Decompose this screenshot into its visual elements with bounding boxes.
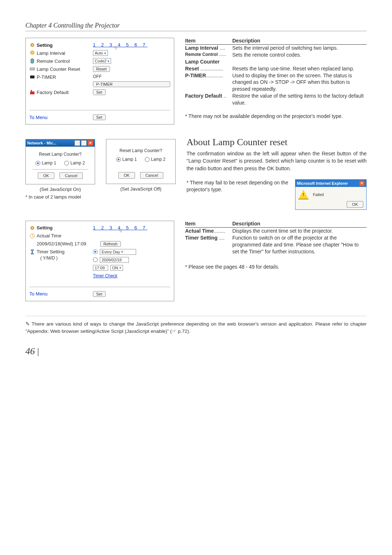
cancel-button[interactable]: Cancel [60,172,83,179]
ie-ok-button[interactable]: OK [347,201,363,208]
factory-set-button[interactable]: Set [93,89,106,95]
cursor-icon: ☟ [114,45,117,51]
svg-point-9 [32,227,33,229]
timer-setting-sub: ( Y/M/D ) [29,256,58,261]
gear-icon [29,42,35,48]
svg-point-2 [30,51,34,54]
radio-date[interactable] [93,257,98,262]
ok-button[interactable]: OK [38,172,54,179]
timer-check-link[interactable]: Timer Check [93,273,118,278]
note-model-type: * There may not be available depending o… [185,113,367,120]
set-button-2[interactable]: Set [93,291,106,297]
reset-dialog-js-on: Network - Mic... _ □ ✕ Reset Lamp Counte… [25,139,95,184]
radio-lamp1-b[interactable]: Lamp 1 [116,157,137,162]
close-icon[interactable]: ✕ [87,140,93,146]
svg-rect-4 [30,68,34,70]
factory-default-desc: Restore the value of the setting items t… [232,93,367,106]
radio-lamp2[interactable]: Lamp 2 [64,160,85,166]
time-input[interactable]: 17:09 [93,265,108,271]
minimize-icon[interactable]: _ [74,140,80,146]
svg-rect-6 [30,91,34,94]
timer-setting-desc: Function to switch on or off the project… [232,234,367,255]
date-input[interactable]: 2009/02/18 [100,257,129,263]
section-heading: About Lamp Counter reset [187,137,367,148]
radio-lamp1[interactable]: Lamp 1 [36,160,56,166]
reset-desc: Resets the lamp use-time. Reset when rep… [232,65,367,72]
factory-default-label: Factory Default [37,90,69,95]
footnote: ✎ There are various kind of ways to chan… [25,316,367,335]
note-pages-48-49: * Please see the pages 48 - 49 for detai… [185,264,367,270]
dialog-title: Network - Mic... [27,141,57,145]
note-fail-reset: * There may fail to be reset depending o… [187,179,291,193]
lamp-counter-item: Lamp Counter [185,58,232,65]
table-header: Item Description [185,38,367,45]
clock-icon [29,233,35,239]
radio-lamp2-b[interactable]: Lamp 2 [145,157,166,162]
remote-control-desc: Sets the remote control codes. [232,52,367,58]
to-menu-link-2[interactable]: To Menu [29,291,48,297]
timer-setting-label: Timer Setting [37,249,65,254]
set-button[interactable]: Set [93,114,106,120]
p-timer-desc: Used to display the timer on the screen.… [232,72,367,93]
ie-dialog-title: Microsoft Internet Explorer [297,181,348,185]
page-number: 46 | [25,346,367,357]
svg-rect-5 [30,76,34,78]
reset-button[interactable]: Reset [93,66,110,72]
actual-time-desc: Displays the current time set to the pro… [232,228,367,234]
factory-icon [29,89,35,95]
p-timer-button[interactable]: P-TIMER [93,81,170,87]
counter-icon [29,66,35,72]
p-timer-label: P-TIMER [37,74,56,80]
dialog-question-2: Reset Lamp Counter? [113,148,169,153]
chapter-title: Chapter 4 Controlling the Projector [25,22,367,31]
gear-icon [29,225,35,231]
cursor-icon: ☟ [119,228,122,234]
lamp-interval-label: Lamp Interval [37,50,65,56]
cancel-button-b[interactable]: Cancel [140,172,163,179]
setting-panel-1: Setting 1 2 3 4 5 6 7 ☟ Lamp Interval Au… [25,38,174,125]
refresh-button[interactable]: Refresh [100,241,121,247]
remote-control-select[interactable]: Code2▾ [93,58,111,64]
section-body: The confirmation window as the left will… [187,150,367,172]
p-timer-status: OFF [93,74,170,79]
ok-button-b[interactable]: OK [118,172,135,179]
caption-js-off: (Set JavaScript Off) [120,186,161,192]
close-icon-ie[interactable]: ✕ [359,180,365,186]
page-links[interactable]: 1 2 3 4 5 6 7 [93,42,147,48]
to-menu-link[interactable]: To Menu [29,115,48,120]
hourglass-icon [29,249,35,255]
caption-js-on: (Set JavaScript On) [40,187,81,192]
svg-point-1 [32,44,33,46]
lamp-counter-reset-label: Lamp Counter Reset [37,66,80,72]
radio-every-day[interactable] [93,249,98,254]
reset-dialog-js-off: Reset Lamp Counter? Lamp 1 Lamp 2 OK Can… [106,139,176,184]
ie-failed-msg: Failed [313,192,324,197]
lamp-icon [29,50,35,56]
setting-panel-2: Setting 1 2 3 4 5 6 7 ☟ Actual Time 2009… [25,221,174,301]
remote-control-label: Remote Control [37,58,70,64]
lamp-interval-desc: Sets the interval period of switching tw… [232,45,367,52]
dialog-question: Reset Lamp Counter? [32,152,88,157]
mode-select[interactable]: Every Day▾ [100,249,136,255]
caption-2lamps: * In case of 2 lamps model [25,194,81,200]
timer-icon [29,74,35,80]
setting-heading-2: Setting [37,225,53,230]
remote-icon [29,58,35,64]
svg-rect-7 [31,90,32,91]
onoff-select[interactable]: ON▾ [110,265,123,271]
table-header-2: Item Description [185,221,367,228]
lamp-interval-select[interactable]: Auto▾ [93,50,108,56]
actual-time-value: 2009/02/18(Wed) 17:09 [37,241,86,246]
ie-failed-dialog: Microsoft Internet Explorer ✕ ! Failed O… [295,179,367,210]
setting-heading: Setting [37,42,53,48]
maximize-icon[interactable]: □ [81,140,87,146]
warning-icon: ! [298,190,309,199]
svg-rect-3 [31,59,34,63]
actual-time-label: Actual Time [37,233,61,238]
